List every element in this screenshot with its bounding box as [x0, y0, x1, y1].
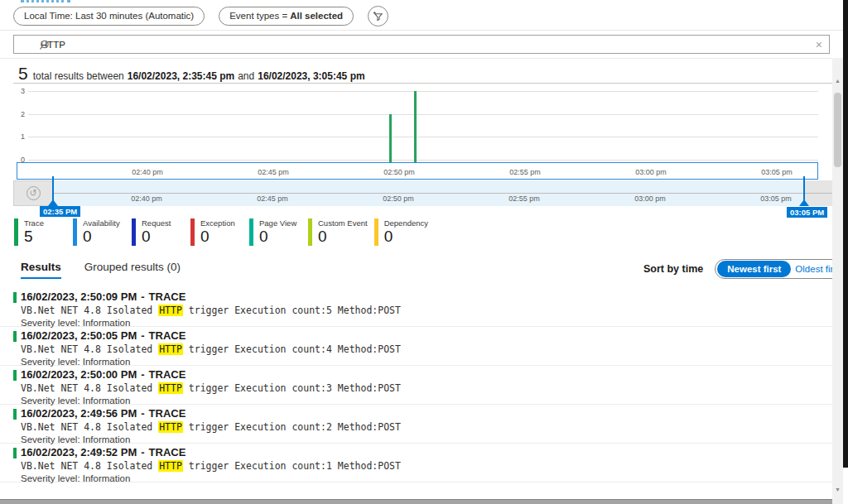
filter-bar: Local Time: Last 30 minutes (Automatic) …: [13, 5, 388, 26]
event-types-pill[interactable]: Event types = All selected: [219, 7, 354, 26]
result-separator: -: [141, 329, 144, 342]
y-axis-tick-label: 1: [15, 132, 25, 141]
event-types-value: All selected: [290, 11, 343, 21]
horizontal-scrollbar[interactable]: [0, 499, 832, 504]
results-list: 16/02/2023, 2:50:09 PM - TRACE VB.Net NE…: [0, 288, 832, 482]
search-box[interactable]: ×: [13, 35, 830, 54]
result-message-pre: VB.Net NET 4.8 Isolated: [21, 382, 158, 394]
brush-tick-label: 02:55 pm: [508, 194, 540, 203]
axis-tick-label: 02:50 pm: [383, 168, 415, 176]
total-results-count: 5: [18, 64, 28, 84]
summary-start-time: 16/02/2023, 2:35:45 pm: [128, 70, 234, 82]
counter-label: Trace: [24, 218, 66, 228]
search-term-highlight: HTTP: [158, 382, 183, 394]
brush-end-time-badge: 03:05 PM: [787, 207, 827, 218]
result-row[interactable]: 16/02/2023, 2:50:05 PM - TRACE VB.Net NE…: [0, 327, 832, 366]
result-message: VB.Net NET 4.8 Isolated HTTP trigger Exe…: [21, 343, 832, 355]
result-severity: Severity level: Information: [21, 473, 832, 483]
brush-tick-label: 03:00 pm: [634, 194, 666, 203]
result-row[interactable]: 16/02/2023, 2:49:56 PM - TRACE VB.Net NE…: [0, 405, 832, 444]
sort-by-time-label: Sort by time: [643, 263, 703, 275]
time-brush[interactable]: ↺ 02:40 pm02:45 pm02:50 pm02:55 pm03:00 …: [0, 180, 832, 206]
result-timestamp: 16/02/2023, 2:49:52 PM: [21, 446, 137, 458]
result-separator: -: [141, 290, 144, 303]
brush-left-handle-grip[interactable]: [48, 199, 58, 206]
result-message-pre: VB.Net NET 4.8 Isolated: [21, 421, 158, 433]
y-axis-tick-label: 3: [15, 87, 25, 95]
window-edge-strip: [843, 0, 848, 468]
tab-results[interactable]: Results: [21, 261, 61, 279]
search-input[interactable]: [41, 40, 811, 50]
tab-grouped-results[interactable]: Grouped results (0): [84, 261, 181, 279]
y-axis-tick-label: 2: [15, 110, 25, 118]
search-icon: [39, 38, 52, 52]
result-timestamp: 16/02/2023, 2:49:56 PM: [21, 407, 137, 420]
result-row[interactable]: 16/02/2023, 2:50:09 PM - TRACE VB.Net NE…: [0, 288, 832, 327]
counter-label: Custom Event: [318, 218, 368, 228]
counter-value: 0: [259, 228, 301, 245]
scrollbar-up-icon[interactable]: ▲: [832, 78, 843, 84]
result-timestamp: 16/02/2023, 2:50:09 PM: [21, 290, 137, 303]
brush-centerline: [53, 193, 832, 194]
brush-tick-label: 03:05 pm: [760, 194, 792, 203]
axis-tick-label: 03:05 pm: [761, 168, 793, 176]
brush-tick-label: 02:40 pm: [131, 194, 162, 203]
counter-label: Exception: [200, 218, 243, 228]
reset-zoom-button[interactable]: ↺: [13, 180, 53, 206]
result-message-pre: VB.Net NET 4.8 Isolated: [21, 305, 158, 316]
result-type: TRACE: [149, 368, 186, 381]
search-term-highlight: HTTP: [158, 305, 183, 316]
results-summary: 5 total results between 16/02/2023, 2:35…: [18, 64, 365, 84]
result-type: TRACE: [149, 329, 186, 342]
clear-search-icon[interactable]: ×: [816, 39, 822, 50]
add-filter-button[interactable]: [368, 6, 388, 26]
trace-count-bar[interactable]: [389, 114, 392, 164]
result-message-pre: VB.Net NET 4.8 Isolated: [21, 460, 158, 472]
trace-indicator-bar: [13, 409, 17, 420]
search-term-highlight: HTTP: [158, 343, 183, 355]
event-type-counter[interactable]: Trace 5: [14, 218, 66, 246]
counter-label: Dependency: [384, 218, 428, 228]
event-type-counter[interactable]: Availability 0: [73, 218, 125, 246]
result-message: VB.Net NET 4.8 Isolated HTTP trigger Exe…: [21, 382, 832, 394]
counter-value: 0: [200, 228, 243, 245]
summary-conjunction: and: [238, 70, 254, 82]
event-types-prefix: Event types =: [229, 11, 287, 21]
vertical-scrollbar[interactable]: ▲ ▼: [832, 58, 843, 504]
result-type: TRACE: [149, 407, 186, 420]
scrollbar-thumb[interactable]: [834, 93, 841, 167]
result-timestamp: 16/02/2023, 2:50:05 PM: [21, 329, 137, 342]
result-row[interactable]: 16/02/2023, 2:50:00 PM - TRACE VB.Net NE…: [0, 366, 832, 405]
timeline-axis-band[interactable]: 02:40 pm02:45 pm02:50 pm02:55 pm03:00 pm…: [17, 162, 818, 180]
counter-value: 0: [318, 228, 368, 245]
search-term-highlight: HTTP: [158, 460, 183, 472]
result-message: VB.Net NET 4.8 Isolated HTTP trigger Exe…: [21, 460, 832, 472]
trace-histogram-chart[interactable]: 3210: [17, 85, 818, 164]
event-type-counter[interactable]: Page View 0: [249, 218, 301, 246]
result-message-post: trigger Execution count:5 Method:POST: [183, 305, 401, 316]
trace-count-bar[interactable]: [414, 91, 417, 164]
brush-start-time-badge: 02:35 PM: [40, 206, 80, 217]
brush-right-handle-grip[interactable]: [799, 199, 809, 206]
time-range-pill-label: Local Time: Last 30 minutes (Automatic): [24, 11, 194, 21]
event-type-counter[interactable]: Request 0: [132, 218, 184, 246]
result-message: VB.Net NET 4.8 Isolated HTTP trigger Exe…: [21, 421, 832, 433]
time-range-pill[interactable]: Local Time: Last 30 minutes (Automatic): [13, 7, 205, 26]
counter-label: Page View: [259, 218, 301, 228]
axis-tick-label: 03:00 pm: [635, 168, 667, 176]
gridline: [28, 114, 818, 115]
gridline: [28, 160, 818, 161]
result-header: 16/02/2023, 2:50:00 PM - TRACE: [21, 368, 832, 381]
sort-newest-first-button[interactable]: Newest first: [717, 261, 791, 277]
counter-value: 0: [142, 228, 184, 245]
results-tabs: Results Grouped results (0): [21, 261, 181, 279]
event-type-counter[interactable]: Dependency 0: [374, 218, 428, 246]
event-type-counters: Trace 5 Availability 0 Request 0 Excepti…: [14, 218, 435, 246]
scrollbar-down-icon[interactable]: ▼: [832, 487, 843, 492]
axis-tick-label: 02:55 pm: [509, 168, 541, 176]
event-type-counter[interactable]: Custom Event 0: [308, 218, 368, 246]
result-row[interactable]: 16/02/2023, 2:49:52 PM - TRACE VB.Net NE…: [0, 444, 832, 482]
counter-value: 0: [83, 228, 125, 245]
event-type-counter[interactable]: Exception 0: [190, 218, 243, 246]
result-separator: -: [141, 407, 144, 420]
